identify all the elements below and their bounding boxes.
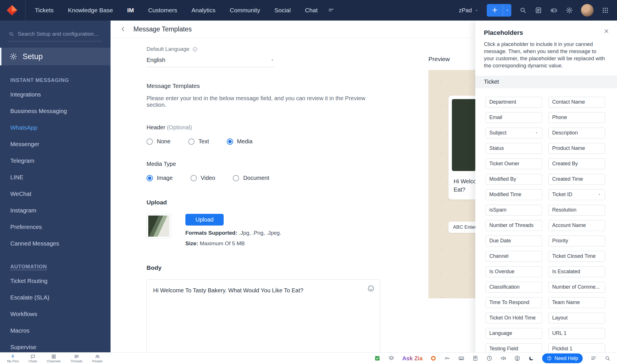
nav-item-customers[interactable]: Customers	[141, 0, 185, 21]
nav-item-community[interactable]: Community	[223, 0, 267, 21]
accessibility-icon[interactable]	[514, 355, 520, 361]
close-icon[interactable]	[603, 28, 610, 34]
radio-image[interactable]: Image	[147, 175, 173, 181]
sidebar-item-preferences[interactable]: Preferences	[0, 219, 111, 235]
donut-icon[interactable]	[430, 355, 436, 361]
nav-item-im[interactable]: IM	[120, 0, 141, 21]
sidebar-item-bussiness-messaging[interactable]: Bussiness Messaging	[0, 103, 111, 119]
search-icon[interactable]	[519, 7, 527, 14]
sidebar-item-workflows[interactable]: Workflows	[0, 306, 111, 322]
sidebar-item-integrations[interactable]: Integrations	[0, 86, 111, 103]
placeholder-time-to-respond[interactable]: Time To Respond	[486, 297, 542, 308]
announcement-icon[interactable]	[500, 355, 506, 361]
sidebar-item-ticket-routing[interactable]: Ticket Routing	[0, 273, 111, 289]
need-help-button[interactable]: Need Help	[542, 353, 583, 363]
message-body-input[interactable]: Hi Welcome To Tasty Bakery. What Would Y…	[147, 279, 380, 352]
back-button[interactable]	[120, 26, 127, 33]
sidebar-setup-header[interactable]: Setup	[0, 48, 111, 65]
sidebar-item-telegram[interactable]: Telegram	[0, 152, 111, 169]
plus-icon[interactable]: +	[487, 4, 503, 17]
placeholder-url-1[interactable]: URL 1	[548, 328, 605, 339]
placeholder-team-name[interactable]: Team Name	[548, 297, 605, 308]
radio-video[interactable]: Video	[191, 175, 215, 181]
apps-grid-icon[interactable]	[602, 7, 609, 14]
placeholder-modified-time[interactable]: Modified Time	[486, 189, 542, 200]
layers-icon[interactable]	[388, 355, 394, 361]
placeholder-layout[interactable]: Layout	[548, 313, 605, 323]
search-icon[interactable]	[604, 355, 611, 361]
nav-item-chat[interactable]: Chat	[298, 0, 325, 21]
task-check-icon[interactable]	[374, 355, 380, 361]
placeholder-phone[interactable]: Phone	[548, 112, 605, 123]
placeholder-ticket-owner[interactable]: Ticket Owner	[486, 158, 542, 169]
more-nav-icon[interactable]	[328, 7, 335, 14]
placeholder-isspam[interactable]: isSpam	[486, 205, 542, 216]
placeholder-due-date[interactable]: Due Date	[486, 236, 542, 246]
placeholder-number-of-comme[interactable]: Number of Comme...	[548, 282, 605, 293]
emoji-icon[interactable]	[367, 285, 375, 292]
placeholder-channel[interactable]: Channel	[486, 251, 542, 262]
placeholder-language[interactable]: Language	[486, 328, 542, 339]
zoho-desk-logo[interactable]	[6, 4, 18, 17]
nav-item-knowledge-base[interactable]: Knowledge Base	[61, 0, 120, 21]
sidebar-item-messenger[interactable]: Messenger	[0, 136, 111, 152]
telephony-icon[interactable]	[472, 355, 478, 361]
placeholder-email[interactable]: Email	[486, 112, 542, 123]
placeholder-created-by[interactable]: Created By	[548, 158, 605, 169]
ask-zia[interactable]: Ask Zia	[402, 355, 422, 362]
user-avatar[interactable]	[581, 4, 594, 17]
sidebar-item-canned-messages[interactable]: Canned Messages	[0, 235, 111, 252]
upload-button[interactable]: Upload	[185, 214, 224, 226]
queue-icon[interactable]	[590, 355, 597, 361]
nav-item-analytics[interactable]: Analytics	[184, 0, 223, 21]
placeholder-description[interactable]: Description	[548, 128, 605, 138]
placeholder-account-name[interactable]: Account Name	[548, 220, 605, 231]
placeholder-is-escalated[interactable]: Is Escalated	[548, 266, 605, 277]
sidebar-item-supervise[interactable]: Supervise	[0, 339, 111, 352]
radio-document[interactable]: Document	[233, 175, 269, 181]
release-notes-icon[interactable]	[535, 7, 542, 14]
placeholder-contact-name[interactable]: Contact Name	[548, 97, 605, 108]
workspace-selector[interactable]: zPad	[459, 7, 479, 14]
dock-item-chats[interactable]: Chats	[24, 353, 42, 364]
radio-text[interactable]: Text	[188, 138, 209, 145]
placeholder-classification[interactable]: Classification	[486, 282, 542, 293]
sidebar-item-line[interactable]: LINE	[0, 169, 111, 186]
dark-mode-icon[interactable]	[528, 355, 534, 361]
radio-media[interactable]: Media	[227, 138, 253, 145]
placeholder-ticket-on-hold-time[interactable]: Ticket On Hold Time	[486, 313, 542, 323]
placeholder-priority[interactable]: Priority	[548, 236, 605, 246]
nav-item-tickets[interactable]: Tickets	[28, 0, 61, 21]
dock-item-channels[interactable]: Channels	[42, 353, 66, 364]
sidebar-item-whatsapp[interactable]: WhatsApp	[0, 119, 111, 136]
placeholder-created-time[interactable]: Created Time	[548, 174, 605, 185]
sidebar-item-instagram[interactable]: Instagram	[0, 202, 111, 219]
radio-none[interactable]: None	[147, 138, 171, 145]
dock-item-my-pins[interactable]: My Pins	[2, 353, 24, 364]
sidebar-item-wechat[interactable]: WeChat	[0, 186, 111, 202]
sidebar-item-escalate-sla[interactable]: Escalate (SLA)	[0, 289, 111, 306]
zia-signature-icon[interactable]	[444, 355, 450, 361]
gamification-icon[interactable]	[550, 7, 558, 14]
nav-item-social[interactable]: Social	[267, 0, 298, 21]
settings-gear-icon[interactable]	[566, 7, 573, 14]
info-icon[interactable]	[192, 47, 198, 52]
placeholder-number-of-threads[interactable]: Number of Threads	[486, 220, 542, 231]
add-button[interactable]: +	[487, 4, 511, 17]
default-language-select[interactable]: English	[147, 57, 275, 67]
chevron-down-icon[interactable]	[503, 4, 511, 17]
placeholder-resolution[interactable]: Resolution	[548, 205, 605, 216]
dock-item-people[interactable]: People	[87, 353, 107, 364]
sidebar-item-macros[interactable]: Macros	[0, 322, 111, 339]
placeholder-status[interactable]: Status	[486, 143, 542, 154]
clock-icon[interactable]	[486, 355, 492, 361]
placeholder-product-name[interactable]: Product Name	[548, 143, 605, 154]
placeholder-subject[interactable]: Subject	[486, 128, 542, 138]
placeholder-ticket-id[interactable]: Ticket ID	[548, 189, 605, 200]
setup-search-input[interactable]	[18, 31, 102, 37]
placeholder-modified-by[interactable]: Modified By	[486, 174, 542, 185]
placeholder-ticket-closed-time[interactable]: Ticket Closed Time	[548, 251, 605, 262]
dock-item-threads[interactable]: Threads	[66, 353, 87, 364]
keyboard-icon[interactable]	[458, 355, 464, 361]
placeholder-is-overdue[interactable]: Is Overdue	[486, 266, 542, 277]
